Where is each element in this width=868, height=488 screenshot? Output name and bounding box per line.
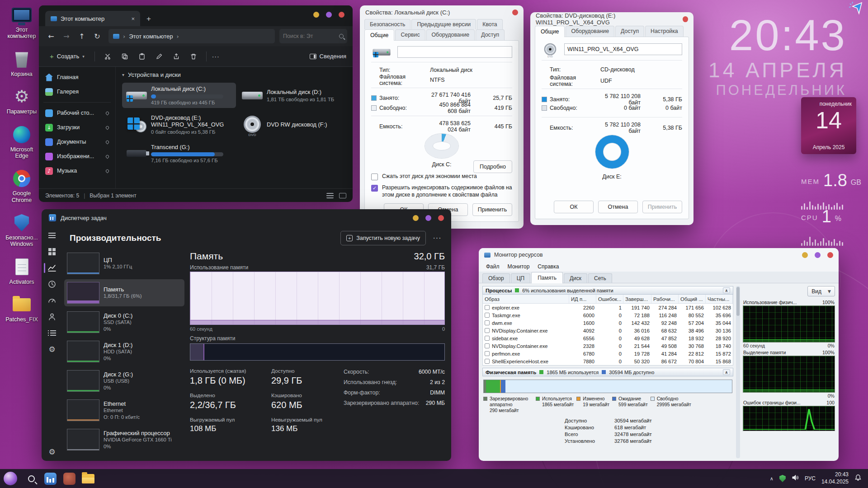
process-row[interactable]: dwm.exe16000142 43292 24857 20435 044	[483, 319, 733, 327]
tab-close-icon[interactable]: ×	[131, 15, 135, 22]
close-button[interactable]	[827, 252, 833, 258]
maximize-button[interactable]	[425, 215, 431, 221]
tray-overflow-chevron[interactable]: ∧	[770, 476, 774, 482]
delete-button[interactable]	[186, 49, 201, 64]
thumbnail-view-icon[interactable]	[339, 193, 346, 198]
notification-bell-icon[interactable]	[854, 474, 862, 483]
process-row[interactable]: NVDisplay.Container.exe4092036 01668 632…	[483, 327, 733, 334]
scrollbar[interactable]	[736, 286, 740, 458]
column-header[interactable]: Общий ...	[679, 295, 706, 303]
rename-button[interactable]	[152, 49, 166, 64]
menu-file[interactable]: Файл	[482, 263, 503, 271]
view-dropdown[interactable]: Вид ▼	[807, 286, 835, 296]
tab-hardware[interactable]: Оборудование	[426, 29, 475, 40]
process-row[interactable]: ShellExperienceHost.exe7880050 32086 672…	[483, 357, 733, 365]
process-checkbox[interactable]	[485, 359, 490, 364]
resmon-tab-Сеть[interactable]: Сеть	[588, 273, 612, 283]
close-button[interactable]	[339, 12, 344, 18]
desktop-icon-chrome[interactable]: Google Chrome	[3, 169, 41, 203]
menu-icon[interactable]	[47, 231, 57, 240]
users-icon[interactable]	[47, 312, 57, 321]
properties-c-titlebar[interactable]: Свойства: Локальный диск (C:)	[360, 5, 524, 19]
forward-button[interactable]: →	[60, 29, 73, 43]
process-row[interactable]: perfmon.exe6780019 72841 28422 81215 872	[483, 350, 733, 357]
compress-checkbox[interactable]	[371, 174, 378, 180]
explorer-titlebar[interactable]: Этот компьютер × +	[39, 5, 353, 26]
taskbar-search-button[interactable]	[24, 471, 39, 486]
back-button[interactable]: ←	[44, 29, 58, 43]
perf-item-disk2[interactable]: Диск 2 (G:) USB (USB) 0%	[64, 367, 184, 394]
drive-item[interactable]: DVD-дисковод (E:) WIN11_PRO_VL_X64_OVG 0…	[122, 112, 236, 137]
taskbar-app-red[interactable]	[61, 471, 77, 486]
search-box[interactable]	[279, 29, 347, 43]
tray-security-icon[interactable]	[779, 475, 786, 482]
sidebar-item-documents[interactable]: Документы	[42, 135, 113, 149]
minimize-button[interactable]	[313, 12, 319, 18]
start-button[interactable]	[4, 472, 17, 485]
maximize-button[interactable]	[815, 252, 821, 258]
cut-button[interactable]	[100, 49, 115, 64]
tab-general[interactable]: Общие	[364, 29, 394, 41]
process-row[interactable]: sidebar.exe6556049 62847 85218 93228 920	[483, 334, 733, 342]
perf-item-disk0[interactable]: Диск 0 (C:) SSD (SATA) 0%	[64, 309, 184, 336]
sidebar-item-pictures[interactable]: Изображени...	[42, 150, 113, 163]
taskbar-clock[interactable]: 20:43 14.04.2025	[821, 471, 849, 485]
details-pane-button[interactable]: Сведения	[310, 53, 346, 60]
maximize-button[interactable]	[326, 12, 332, 18]
desktop-icon-recycle-bin[interactable]: Корзина	[3, 50, 41, 77]
address-bar[interactable]: › Этот компьютер ›	[108, 29, 275, 43]
resmon-tab-ЦП[interactable]: ЦП	[511, 273, 531, 283]
sidebar-item-home[interactable]: Главная	[42, 70, 113, 84]
volume-label-input[interactable]	[564, 43, 682, 55]
column-header[interactable]: Образ	[483, 295, 569, 303]
process-checkbox[interactable]	[485, 305, 490, 310]
tab-hardware[interactable]: Оборудование	[566, 26, 614, 37]
drive-item[interactable]: DVD RW дисковод (F:)	[238, 112, 352, 137]
list-view-icon[interactable]	[326, 193, 334, 198]
perf-item-cpu[interactable]: ЦП 1% 2,10 ГГц	[64, 250, 184, 277]
close-button[interactable]	[683, 16, 688, 22]
apply-button[interactable]: Применить	[642, 201, 682, 213]
menu-help[interactable]: Справка	[534, 263, 562, 271]
new-button[interactable]: + Создать ▾	[45, 50, 89, 63]
process-row[interactable]: Taskmgr.exe6000072 188116 24880 55235 69…	[483, 311, 733, 319]
column-header[interactable]: Частны...	[706, 295, 733, 303]
tab-general[interactable]: Общие	[535, 26, 565, 37]
sidebar-item-gallery[interactable]: Галерея	[42, 85, 113, 99]
resmon-titlebar[interactable]: Монитор ресурсов	[479, 248, 839, 262]
section-devices[interactable]: ▾ Устройства и диски	[122, 71, 350, 78]
cancel-button[interactable]: Отмена	[598, 201, 638, 213]
tab-tools[interactable]: Сервис	[395, 29, 425, 40]
resmon-tab-Диск[interactable]: Диск	[564, 273, 587, 283]
column-header[interactable]: Рабочи...	[651, 295, 679, 303]
process-checkbox[interactable]	[485, 328, 490, 333]
menu-monitor[interactable]: Монитор	[504, 263, 533, 271]
collapse-icon[interactable]: ∧	[723, 287, 730, 293]
desktop-icon-edge[interactable]: Microsoft Edge	[3, 125, 41, 160]
startup-apps-icon[interactable]	[47, 296, 57, 305]
process-checkbox[interactable]	[485, 320, 490, 325]
tab-customize[interactable]: Настройка	[645, 26, 684, 37]
index-checkbox[interactable]: ✓	[371, 185, 378, 192]
drive-item[interactable]: Локальный диск (C:) 419 ГБ свободно из 4…	[122, 83, 236, 108]
tray-volume-icon[interactable]	[792, 474, 799, 483]
refresh-button[interactable]: ↻	[90, 29, 104, 43]
process-checkbox[interactable]	[485, 313, 490, 318]
column-header[interactable]: ИД п...	[569, 295, 596, 303]
taskbar-task-manager[interactable]	[42, 471, 58, 486]
tab-sharing[interactable]: Доступ	[476, 29, 505, 40]
column-header[interactable]: Заверш...	[623, 295, 651, 303]
volume-label-input[interactable]	[397, 46, 512, 58]
minimize-button[interactable]	[413, 215, 419, 221]
minimize-button[interactable]	[802, 252, 808, 258]
run-new-task-button[interactable]: + Запустить новую задачу	[340, 231, 426, 245]
index-checkbox-row[interactable]: ✓ Разрешить индексировать содержимое фай…	[371, 184, 512, 199]
sidebar-item-desktop[interactable]: Рабочий сто...	[42, 106, 113, 120]
details-icon[interactable]	[47, 328, 57, 338]
sidebar-item-music[interactable]: Музыка	[42, 164, 113, 178]
language-indicator[interactable]: РУС	[805, 475, 816, 482]
tab-quota[interactable]: Квота	[477, 19, 502, 29]
ok-button[interactable]: ОК	[554, 201, 594, 213]
details-button[interactable]: Подробно	[473, 160, 512, 173]
services-icon[interactable]	[47, 345, 57, 354]
